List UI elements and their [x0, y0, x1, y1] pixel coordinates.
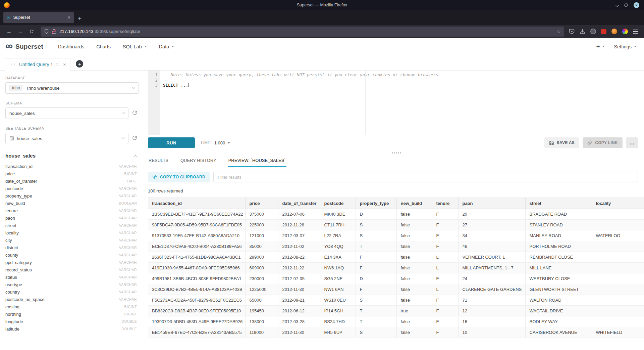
table-panel-header[interactable]: house_sales: [5, 153, 139, 159]
column-row: usertype VARCHAR: [5, 281, 139, 288]
window-minimize-icon[interactable]: [615, 3, 619, 7]
nav-item-sql-lab[interactable]: SQL Lab: [123, 44, 147, 49]
extension-badge-icon[interactable]: [590, 29, 596, 34]
sql-editor[interactable]: 123 -- Note: Unless you save your query,…: [148, 71, 644, 135]
nav-item-dashboards[interactable]: Dashboards: [58, 44, 84, 49]
column-type: VARCHAR: [119, 209, 137, 213]
cell-property-type: S: [356, 327, 396, 338]
query-tab-bar: ⋮⋮ Untitled Query 1 × +: [0, 55, 644, 71]
adblock-extension-icon[interactable]: [601, 29, 606, 34]
column-type: DOUBLE: [121, 327, 137, 331]
copy-to-clipboard-button[interactable]: COPY TO CLIPBOARD: [148, 172, 210, 182]
query-tab-close-icon[interactable]: ×: [63, 62, 66, 67]
window-maximize-icon[interactable]: [624, 3, 628, 7]
cell-new-build: false: [396, 284, 432, 295]
limit-control[interactable]: LIMIT: 1 000: [201, 140, 230, 145]
table-row: BB8320C9-D82B-4B37-90E0-9FEE05095E10 195…: [148, 306, 644, 316]
column-header[interactable]: price: [245, 198, 278, 209]
editor-code-area[interactable]: -- Note: Unless you save your query, the…: [160, 71, 644, 135]
add-new-menu[interactable]: +: [596, 43, 604, 50]
run-button[interactable]: RUN: [148, 137, 195, 148]
column-name: northing: [5, 312, 21, 317]
cell-street: BRADGATE ROAD: [525, 209, 592, 220]
cell-locality: WHITEFIELD: [592, 327, 644, 338]
new-browser-tab-button[interactable]: +: [78, 15, 82, 21]
pinwheel-extension-icon[interactable]: [622, 29, 628, 34]
column-header[interactable]: property_type: [356, 198, 396, 209]
cell-price: 230000: [245, 273, 278, 284]
nav-item-data[interactable]: Data: [159, 44, 174, 49]
lock-insecure-icon[interactable]: [52, 29, 57, 34]
drag-grip-icon: ⋮⋮: [9, 62, 16, 67]
add-query-tab-button[interactable]: +: [76, 60, 83, 68]
superset-brand[interactable]: ∞ Superset: [5, 42, 43, 51]
browser-tab-close-icon[interactable]: ×: [68, 15, 70, 20]
cell-price: 121000: [245, 230, 278, 241]
cell-transaction-id: F5C273AC-0D2A-458F-8279-9C61F0C22EC6: [148, 295, 245, 306]
tab-query-history[interactable]: QUERY HISTORY: [180, 156, 217, 167]
url-bar[interactable]: 217.160.120.143:32393/superset/sqllab/ ☆: [41, 27, 564, 37]
superset-logo-icon: ∞: [5, 41, 13, 51]
schema-select[interactable]: house_sales: [5, 107, 128, 119]
column-row: new_build BOOLEAN: [5, 200, 139, 207]
tab-preview-house-sales[interactable]: PREVIEW: `HOUSE_SALES`: [228, 156, 286, 167]
print-margin-line: [365, 71, 366, 135]
column-header[interactable]: street: [525, 198, 592, 209]
copy-icon: [153, 175, 157, 179]
browser-tab-superset[interactable]: ∞ Superset ×: [3, 12, 74, 23]
cell-locality: WATERLOO: [592, 230, 644, 241]
window-close-icon[interactable]: ×: [634, 2, 639, 8]
cell-transaction-id: 98F5DC47-0D05-4D59-95B7-98CA6F1FDE05: [148, 220, 245, 230]
forward-button[interactable]: →: [15, 29, 26, 34]
back-button[interactable]: ←: [3, 29, 15, 34]
cell-tenure: F: [432, 316, 458, 327]
filter-results-input[interactable]: [213, 172, 638, 182]
chevron-down-icon: [634, 46, 637, 47]
column-header[interactable]: transaction_id: [148, 198, 245, 209]
save-as-button[interactable]: SAVE AS: [544, 137, 579, 148]
results-tab-bar: RESULTS QUERY HISTORY PREVIEW: `HOUSE_SA…: [148, 155, 644, 167]
column-header[interactable]: postcode: [320, 198, 356, 209]
cell-paon: CLARENCE GATE GARDENS: [458, 284, 525, 295]
avatar-extension-icon[interactable]: [611, 29, 617, 34]
download-icon[interactable]: [580, 29, 585, 34]
rows-returned-text: 100 rows returned: [148, 188, 644, 193]
collapse-chevron-icon[interactable]: [133, 155, 137, 159]
bookmark-star-icon[interactable]: ☆: [556, 29, 561, 34]
copy-link-button[interactable]: COPY LINK: [583, 137, 623, 148]
column-name: postcode_no_space: [5, 297, 44, 302]
settings-menu[interactable]: Settings: [614, 44, 637, 49]
pane-splitter[interactable]: [148, 150, 644, 155]
reload-button[interactable]: [26, 29, 37, 34]
cell-paon: 46: [458, 241, 525, 252]
column-list: transaction_id VARCHAR price BIGINT date…: [5, 163, 139, 333]
tab-results[interactable]: RESULTS: [148, 156, 169, 167]
cell-tenure: F: [432, 209, 458, 220]
cell-tenure: L: [432, 263, 458, 273]
shield-icon[interactable]: [44, 29, 49, 34]
schema-refresh-button[interactable]: [131, 110, 139, 117]
pocket-icon[interactable]: [569, 29, 575, 34]
chevron-down-icon: [122, 136, 125, 139]
drag-handle-icon[interactable]: [391, 152, 401, 154]
results-table-wrap: transaction_idpricedate_of_transferpostc…: [148, 198, 644, 350]
cell-paon: 34: [458, 230, 525, 241]
query-tab[interactable]: ⋮⋮ Untitled Query 1 ×: [5, 58, 70, 71]
cell-property-type: F: [356, 284, 396, 295]
cell-paon: 12: [458, 306, 525, 316]
column-name: property_type: [5, 193, 32, 199]
database-select[interactable]: trino Trino warehouse: [5, 82, 139, 94]
column-header[interactable]: new_build: [396, 198, 432, 209]
table-select[interactable]: house_sales: [5, 133, 128, 144]
more-options-button[interactable]: …: [626, 137, 638, 148]
column-header[interactable]: paon: [458, 198, 525, 209]
nav-item-charts[interactable]: Charts: [96, 44, 111, 49]
column-type: VARCHAR: [119, 290, 137, 294]
column-header[interactable]: locality: [592, 198, 644, 209]
table-refresh-button[interactable]: [131, 135, 139, 142]
column-row: date_of_transfer DATE: [5, 177, 139, 185]
column-header[interactable]: tenure: [432, 198, 458, 209]
browser-navbar: ← → 217.160.120.143:32393/superset/sqlla…: [0, 25, 644, 38]
menu-icon[interactable]: [633, 29, 638, 35]
column-header[interactable]: date_of_transfer: [278, 198, 320, 209]
